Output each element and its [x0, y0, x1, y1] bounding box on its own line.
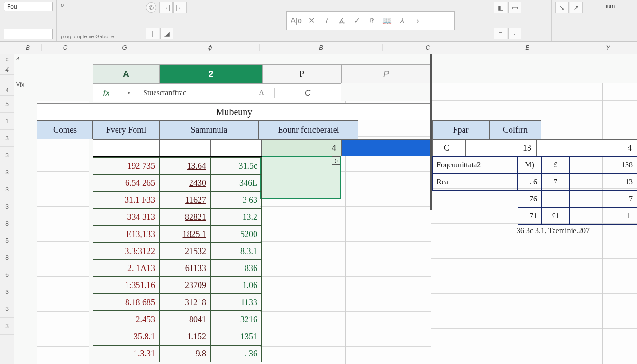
arrow-icon[interactable]: › [413, 16, 422, 26]
row-selected[interactable]: 4 [93, 139, 431, 156]
misc-buttons-2[interactable]: ≡· [494, 28, 547, 39]
sum-button[interactable]: ium [603, 2, 633, 10]
row-headers[interactable]: c 4 4 5 1 3 3 3 3 3 8 5 8 6 3 3 3 [0, 54, 14, 364]
currency-icon[interactable]: © [146, 2, 156, 13]
ribbon-blank-input[interactable] [4, 29, 53, 39]
pane-divider[interactable] [430, 54, 432, 210]
fx-icon[interactable]: fx [93, 88, 119, 98]
workspace: c 4 4 5 1 3 3 3 3 3 8 5 8 6 3 3 3 4 Vfx … [0, 54, 637, 364]
column-header-p[interactable]: P [263, 64, 341, 83]
indent-buttons[interactable]: |◢ [146, 28, 247, 39]
cell-zero: 0 [332, 156, 340, 165]
ribbon: Fou ol prog ompte ve Gabotre © →||← |◢ A… [0, 0, 637, 42]
ribbon-tab[interactable]: Fou [4, 2, 53, 11]
data-table[interactable]: 192 73513.6431.5c 6.54 2652430346L 31.1 … [93, 156, 262, 362]
ribbon-ol-label: ol [61, 2, 138, 8]
grid-area-left[interactable] [37, 101, 89, 364]
side-note: 36 3c 3.1, Taeminie.207 [517, 227, 590, 235]
row-selected-right[interactable]: C 13 4 [432, 139, 637, 156]
sort-icon[interactable]: A|o [291, 16, 301, 26]
column-headers[interactable]: B C G ϕ B C E Y [0, 42, 637, 54]
book-icon[interactable]: 📖 [382, 16, 392, 26]
formula-bar[interactable]: fx • Stuesctanffrac A C [93, 83, 341, 102]
ribbon-caption: prog ompte ve Gabotre [61, 34, 138, 39]
formula-text[interactable]: Stuesctanffrac [138, 89, 248, 97]
misc-buttons-1[interactable]: ◧▭ [494, 2, 547, 13]
arrow-buttons[interactable]: ↘↗ [555, 2, 595, 13]
column-header-p2[interactable]: P [341, 64, 431, 83]
merged-title: Mubeuny [37, 103, 431, 120]
active-column-header[interactable]: A 2 [93, 64, 263, 83]
ribbon-toolbox: A|o ✕ 7 ∡ ✓ ⅊ 📖 ⅄ › [286, 11, 455, 30]
table-header-left: Comes Fvery Foml Samninula Eounr fciicbe… [37, 120, 358, 139]
seven-icon[interactable]: 7 [322, 16, 331, 26]
range-highlight[interactable] [260, 156, 341, 199]
align-buttons[interactable]: →||← [159, 2, 188, 13]
para-icon[interactable]: ⅊ [367, 16, 377, 26]
mini-label-1: 4 [16, 56, 19, 63]
clear-icon[interactable]: ✕ [307, 16, 316, 26]
lambda-icon[interactable]: ⅄ [398, 16, 407, 26]
table-header-right: Fpar Colfirn [432, 120, 541, 139]
side-table[interactable]: Foqeuurittata2 M) £ 138 Rca . 6 7 13 76 … [432, 156, 637, 225]
angle-icon[interactable]: ∡ [337, 16, 346, 26]
mini-label-vfx: Vfx [16, 82, 24, 88]
check-icon[interactable]: ✓ [352, 16, 362, 26]
